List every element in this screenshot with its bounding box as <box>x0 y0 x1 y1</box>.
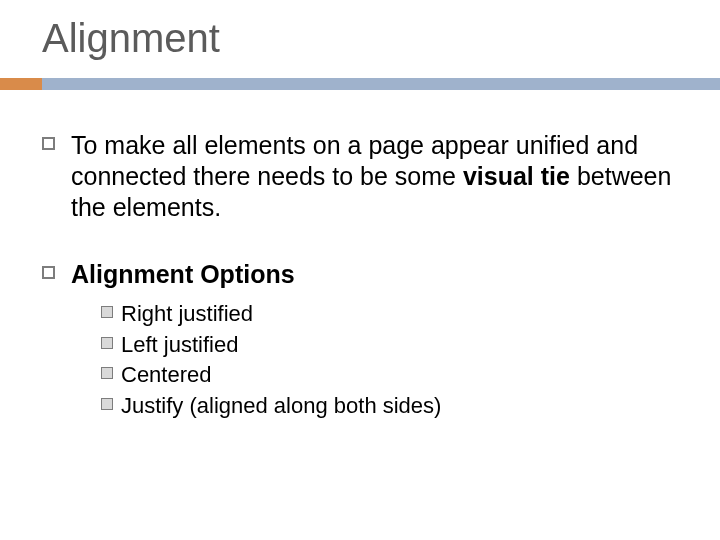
sub-text: Justify (aligned along both sides) <box>121 392 441 421</box>
title-underline <box>0 78 720 90</box>
sub-item: Left justified <box>101 331 441 360</box>
sub-list: Right justified Left justified Centered … <box>101 300 441 420</box>
bullet-text: To make all elements on a page appear un… <box>71 130 682 223</box>
square-sub-bullet-icon <box>101 337 113 349</box>
sub-item: Centered <box>101 361 441 390</box>
accent-blue <box>42 78 720 90</box>
sub-item: Right justified <box>101 300 441 329</box>
bullet-text: Alignment Options Right justified Left j… <box>71 259 441 422</box>
sub-item: Justify (aligned along both sides) <box>101 392 441 421</box>
square-sub-bullet-icon <box>101 398 113 410</box>
sub-text: Right justified <box>121 300 253 329</box>
content-area: To make all elements on a page appear un… <box>42 130 682 432</box>
bullet-item: Alignment Options Right justified Left j… <box>42 259 682 422</box>
slide-title: Alignment <box>42 16 220 61</box>
square-bullet-icon <box>42 266 55 279</box>
square-bullet-icon <box>42 137 55 150</box>
square-sub-bullet-icon <box>101 306 113 318</box>
bullet-item: To make all elements on a page appear un… <box>42 130 682 223</box>
sub-text: Left justified <box>121 331 238 360</box>
sub-text: Centered <box>121 361 212 390</box>
square-sub-bullet-icon <box>101 367 113 379</box>
accent-orange <box>0 78 42 90</box>
